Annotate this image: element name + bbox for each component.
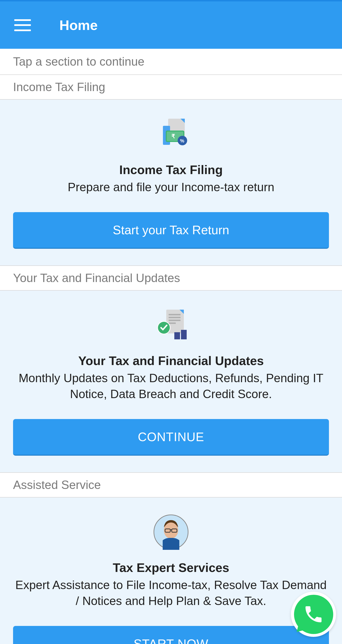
continue-button[interactable]: CONTINUE xyxy=(13,419,329,456)
section-label-updates: Your Tax and Financial Updates xyxy=(0,266,342,290)
card-title: Your Tax and Financial Updates xyxy=(13,354,329,368)
document-money-icon: ₹ % xyxy=(153,119,189,150)
section-label-filing: Income Tax Filing xyxy=(0,75,342,100)
whatsapp-fab[interactable] xyxy=(291,592,336,637)
card-income-tax-filing[interactable]: ₹ % Income Tax Filing Prepare and file y… xyxy=(0,100,342,266)
expert-avatar-icon xyxy=(153,516,189,548)
svg-text:₹: ₹ xyxy=(171,133,175,139)
section-label-assisted: Assisted Service xyxy=(0,473,342,498)
document-check-icon xyxy=(153,310,189,340)
svg-rect-10 xyxy=(169,314,180,315)
page-title: Home xyxy=(59,17,98,33)
card-tax-expert-services[interactable]: Tax Expert Services Expert Assistance to… xyxy=(0,498,342,644)
svg-text:%: % xyxy=(180,138,184,144)
card-desc: Monthly Updates on Tax Deductions, Refun… xyxy=(13,370,329,402)
svg-rect-11 xyxy=(169,317,180,318)
card-tax-financial-updates[interactable]: Your Tax and Financial Updates Monthly U… xyxy=(0,290,342,473)
svg-rect-12 xyxy=(169,320,180,321)
svg-rect-16 xyxy=(174,332,180,339)
subheader-text: Tap a section to continue xyxy=(13,55,329,68)
start-now-button[interactable]: START NOW xyxy=(13,626,329,644)
start-tax-return-button[interactable]: Start your Tax Return xyxy=(13,212,329,249)
card-title: Tax Expert Services xyxy=(13,560,329,575)
subheader: Tap a section to continue xyxy=(0,49,342,75)
svg-rect-17 xyxy=(181,330,187,339)
card-desc: Prepare and file your Income-tax return xyxy=(13,179,329,196)
app-header: Home xyxy=(0,0,342,49)
whatsapp-icon xyxy=(294,595,333,634)
card-desc: Expert Assistance to File Income-tax, Re… xyxy=(13,577,329,609)
card-title: Income Tax Filing xyxy=(13,163,329,177)
menu-icon[interactable] xyxy=(14,19,31,31)
svg-rect-13 xyxy=(169,322,176,324)
